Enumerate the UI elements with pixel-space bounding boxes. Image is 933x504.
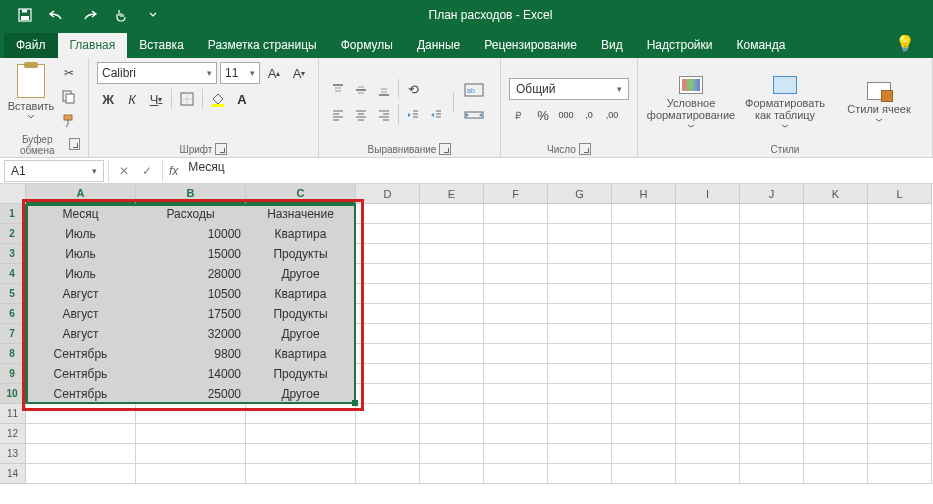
cell[interactable] [420,284,484,304]
cell[interactable] [420,324,484,344]
copy-icon[interactable] [58,87,80,107]
cell[interactable]: Другое [246,384,356,404]
cell[interactable] [356,224,420,244]
cell[interactable] [868,444,932,464]
cell[interactable] [612,324,676,344]
cell[interactable] [484,224,548,244]
cell[interactable] [548,424,612,444]
cell[interactable]: 15000 [136,244,246,264]
cell[interactable] [484,404,548,424]
cell[interactable] [246,424,356,444]
cell[interactable] [676,464,740,484]
tab-formulas[interactable]: Формулы [329,33,405,58]
cell[interactable] [740,324,804,344]
cell[interactable] [868,384,932,404]
cell[interactable] [868,284,932,304]
underline-button[interactable]: Ч▾ [145,88,167,110]
cell[interactable] [246,444,356,464]
row-header[interactable]: 3 [0,244,26,264]
font-name-combo[interactable]: Calibri▾ [97,62,217,84]
cell[interactable] [676,304,740,324]
font-color-icon[interactable]: A [231,88,253,110]
cell[interactable] [548,344,612,364]
cell[interactable]: Сентябрь [26,344,136,364]
fill-color-icon[interactable] [207,88,229,110]
cell[interactable] [676,424,740,444]
row-header[interactable]: 11 [0,404,26,424]
cell[interactable] [26,404,136,424]
cell[interactable] [484,324,548,344]
cut-icon[interactable]: ✂ [58,63,80,83]
accept-formula-icon[interactable]: ✓ [136,160,158,182]
cell[interactable] [548,464,612,484]
cell[interactable] [356,384,420,404]
cell-styles-button[interactable]: Стили ячеек [834,67,924,137]
number-format-combo[interactable]: Общий▾ [509,78,629,100]
cell[interactable] [420,444,484,464]
cell[interactable] [612,204,676,224]
cell[interactable] [246,464,356,484]
cell[interactable] [548,284,612,304]
cell[interactable]: Август [26,304,136,324]
row-header[interactable]: 9 [0,364,26,384]
cell[interactable] [484,284,548,304]
font-dialog-launcher[interactable] [215,143,227,155]
cell[interactable] [356,444,420,464]
clipboard-dialog-launcher[interactable] [69,138,80,150]
cancel-formula-icon[interactable]: ✕ [113,160,135,182]
cell[interactable]: Июль [26,244,136,264]
bold-button[interactable]: Ж [97,88,119,110]
cell[interactable] [804,364,868,384]
cell[interactable] [804,284,868,304]
cell[interactable]: Август [26,324,136,344]
decrease-indent-icon[interactable] [402,104,424,126]
increase-decimal-icon[interactable]: ,0 [578,104,600,126]
cell[interactable] [676,224,740,244]
cell[interactable] [548,384,612,404]
cell[interactable]: Сентябрь [26,364,136,384]
align-center-icon[interactable] [350,104,372,126]
chevron-down-icon[interactable]: ▾ [617,84,622,94]
cell[interactable] [676,324,740,344]
cell[interactable]: 10500 [136,284,246,304]
formula-input[interactable]: Месяц [184,160,933,182]
cell[interactable] [740,384,804,404]
cell[interactable] [356,424,420,444]
cell[interactable] [548,304,612,324]
column-header[interactable]: B [136,184,246,204]
fx-icon[interactable]: fx [163,164,184,178]
row-header[interactable]: 13 [0,444,26,464]
row-header[interactable]: 4 [0,264,26,284]
cell[interactable] [548,404,612,424]
align-right-icon[interactable] [373,104,395,126]
cell[interactable]: 28000 [136,264,246,284]
cell[interactable] [612,424,676,444]
cell[interactable]: Квартира [246,344,356,364]
cell[interactable] [612,224,676,244]
column-header[interactable]: F [484,184,548,204]
tell-me-icon[interactable]: 💡 [887,29,923,58]
align-top-icon[interactable] [327,79,349,101]
cell[interactable] [676,264,740,284]
cell[interactable] [740,444,804,464]
cell[interactable] [740,344,804,364]
cell[interactable] [420,364,484,384]
cell[interactable] [356,204,420,224]
cell[interactable] [548,244,612,264]
cell[interactable]: Расходы [136,204,246,224]
cell[interactable] [868,424,932,444]
cell[interactable] [420,204,484,224]
cell[interactable] [420,264,484,284]
grid[interactable]: ABCDEFGHIJKL1МесяцРасходыНазначение2Июль… [0,184,933,484]
font-size-combo[interactable]: 11▾ [220,62,260,84]
borders-icon[interactable] [176,88,198,110]
cell[interactable] [740,204,804,224]
cell[interactable] [804,424,868,444]
align-middle-icon[interactable] [350,79,372,101]
cell[interactable] [484,384,548,404]
cell[interactable] [676,364,740,384]
cell[interactable] [804,324,868,344]
cell[interactable] [420,344,484,364]
row-header[interactable]: 8 [0,344,26,364]
cell[interactable] [420,304,484,324]
